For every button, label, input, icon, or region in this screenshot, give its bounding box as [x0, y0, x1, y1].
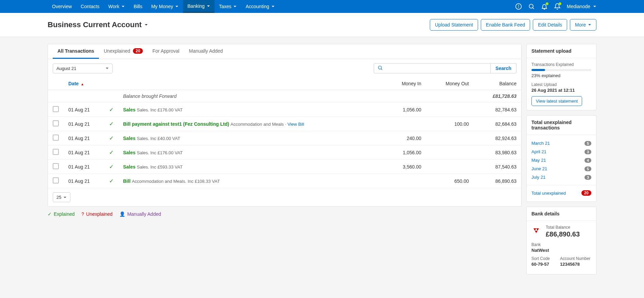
page-size-select[interactable]: 25 [53, 192, 70, 202]
bank-details-panel: Bank details Total Balance £86,890.63 Ba… [526, 207, 596, 275]
unexplained-month-link[interactable]: July 21 [531, 175, 545, 180]
row-checkbox[interactable] [53, 149, 59, 155]
svg-point-3 [529, 4, 533, 8]
tab-manually-added[interactable]: Manually Added [184, 44, 228, 59]
row-money-out [426, 131, 474, 145]
bank-name: NatWest [531, 248, 591, 253]
row-date: 01 Aug 21 [64, 117, 104, 131]
enable-bank-feed-button[interactable]: Enable Bank Feed [481, 19, 530, 31]
unexplained-month-row: March 215 [531, 139, 591, 147]
tab-all-transactions[interactable]: All Transactions [53, 44, 99, 59]
row-description: Sales Sales. Inc £593.33 VAT [118, 160, 378, 174]
row-checkbox[interactable] [53, 135, 59, 141]
page-header: Business Current Account Upload Statemen… [0, 13, 644, 37]
chevron-down-icon [593, 5, 596, 8]
svg-marker-7 [533, 228, 536, 231]
balance-forward-label: Balance brought Forward [118, 90, 378, 103]
question-icon: ? [82, 211, 84, 217]
total-unexplained-link[interactable]: Total unexplained [531, 191, 566, 196]
page-title-dropdown[interactable]: Business Current Account [48, 20, 148, 29]
row-checkbox[interactable] [53, 177, 59, 183]
chevron-down-icon [105, 67, 109, 70]
svg-marker-9 [535, 231, 538, 233]
unexplained-month-link[interactable]: May 21 [531, 158, 546, 163]
edit-details-button[interactable]: Edit Details [533, 19, 567, 31]
date-header[interactable]: Date ▲ [64, 77, 104, 90]
user-name: Medianode [567, 4, 590, 9]
unexplained-month-row: May 214 [531, 156, 591, 164]
explained-check-icon: ✓ [109, 121, 114, 127]
row-money-out: 650.00 [426, 174, 474, 188]
row-date: 01 Aug 21 [64, 174, 104, 188]
row-checkbox[interactable] [53, 120, 59, 126]
nav-item-bills[interactable]: Bills [129, 0, 147, 13]
view-latest-statement-button[interactable]: View latest statement [531, 96, 582, 106]
unexplained-month-link[interactable]: June 21 [531, 166, 547, 171]
tab-for-approval[interactable]: For Approval [148, 44, 184, 59]
month-select-value: August 21 [56, 66, 77, 71]
svg-marker-8 [536, 228, 539, 231]
more-button[interactable]: More [570, 19, 596, 31]
balance-header: Balance [474, 77, 521, 90]
unexplained-month-count: 3 [584, 150, 591, 154]
nav-right: Medianode [515, 3, 596, 10]
explained-check-icon: ✓ [109, 164, 114, 170]
row-balance: 86,890.63 [474, 174, 521, 188]
main-content: All TransactionsUnexplained20For Approva… [0, 37, 644, 281]
row-checkbox[interactable] [53, 163, 59, 169]
upload-statement-button[interactable]: Upload Statement [430, 19, 478, 31]
search-icon[interactable] [528, 3, 535, 10]
explained-check-icon: ✓ [109, 135, 114, 141]
user-menu[interactable]: Medianode [567, 4, 596, 9]
table-row[interactable]: 01 Aug 21✓Bill Accommodation and Meals. … [48, 174, 521, 188]
unexplained-month-row: April 213 [531, 147, 591, 156]
nav-item-my-money[interactable]: My Money [147, 0, 183, 13]
money-out-header: Money Out [426, 77, 474, 90]
chevron-down-icon [145, 23, 148, 27]
legend: ✓ Explained ? Unexplained 👤 Manually Add… [48, 211, 522, 217]
info-icon[interactable] [515, 3, 522, 10]
table-row[interactable]: 01 Aug 21✓Sales Sales. Inc £176.00 VAT1,… [48, 145, 521, 160]
view-bill-link[interactable]: View Bill [287, 122, 304, 127]
unexplained-month-row: July 213 [531, 173, 591, 181]
row-checkbox[interactable] [53, 106, 59, 112]
search-button[interactable]: Search [491, 63, 516, 73]
unexplained-month-link[interactable]: March 21 [531, 141, 550, 146]
nav-item-overview[interactable]: Overview [48, 0, 76, 13]
table-row[interactable]: 01 Aug 21✓Sales Sales. Inc £40.00 VAT240… [48, 131, 521, 145]
nav-item-accounting[interactable]: Accounting [241, 0, 279, 13]
chevron-down-icon [271, 5, 275, 8]
nav-item-contacts[interactable]: Contacts [76, 0, 104, 13]
nav-item-banking[interactable]: Banking [183, 0, 215, 13]
table-row[interactable]: 01 Aug 21✓Bill payment against test1 (Fe… [48, 117, 521, 131]
explained-percent-text: 23% explained [531, 73, 591, 78]
search-input[interactable] [386, 66, 487, 71]
alerts-icon[interactable] [554, 3, 561, 10]
nav-left: OverviewContactsWorkBillsMy MoneyBanking… [48, 0, 279, 13]
svg-line-4 [532, 8, 534, 9]
row-money-in: 1,056.00 [378, 103, 426, 117]
chevron-down-icon [207, 4, 210, 8]
unexplained-month-count: 3 [584, 175, 591, 180]
nav-item-taxes[interactable]: Taxes [215, 0, 241, 13]
money-in-header: Money In [378, 77, 426, 90]
unexplained-month-link[interactable]: April 21 [531, 149, 546, 154]
explained-progress [531, 69, 591, 71]
nav-item-work[interactable]: Work [104, 0, 129, 13]
bank-details-title: Bank details [527, 207, 596, 221]
row-money-in: 1,056.00 [378, 145, 426, 160]
row-date: 01 Aug 21 [64, 160, 104, 174]
balance-forward-amount: £81,728.63 [493, 93, 516, 99]
legend-unexplained: ? Unexplained [82, 211, 113, 217]
progress-fill [531, 69, 545, 71]
row-money-out [426, 145, 474, 160]
chevron-down-icon [233, 5, 237, 8]
table-row[interactable]: 01 Aug 21✓Sales Sales. Inc £176.00 VAT1,… [48, 103, 521, 117]
table-row[interactable]: 01 Aug 21✓Sales Sales. Inc £593.33 VAT3,… [48, 160, 521, 174]
tab-unexplained[interactable]: Unexplained20 [99, 44, 148, 59]
explained-label: Transactions Explained [531, 62, 591, 67]
total-unexplained-row: Total unexplained20 [531, 189, 591, 197]
notifications-icon[interactable] [541, 3, 548, 10]
row-money-in: 3,560.00 [378, 160, 426, 174]
month-select[interactable]: August 21 [53, 64, 113, 73]
